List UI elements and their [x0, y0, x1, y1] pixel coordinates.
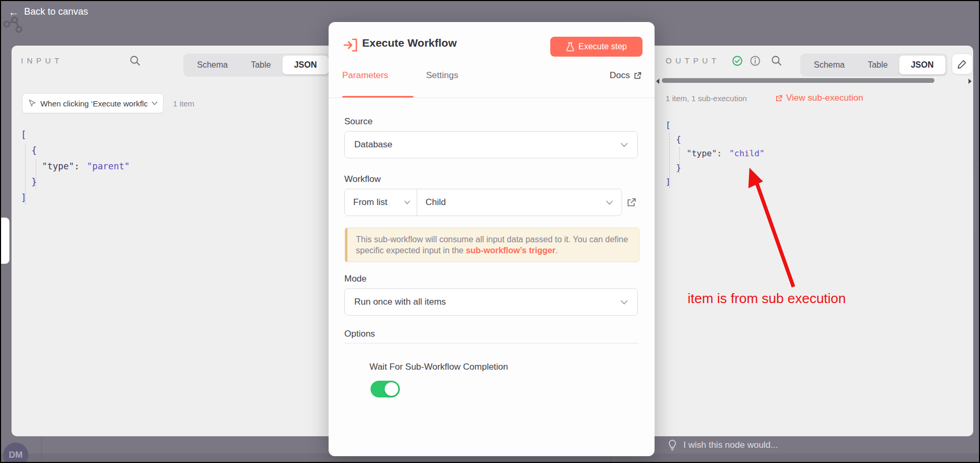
output-items-count: 1 item, 1 sub-execution: [666, 94, 747, 103]
chevron-down-icon: [620, 143, 628, 147]
docs-label: Docs: [609, 70, 630, 81]
indent-guide: [679, 147, 680, 174]
external-link-icon: [775, 94, 783, 102]
output-tab-json[interactable]: JSON: [899, 56, 945, 74]
indent-guide: [25, 144, 26, 204]
info-icon[interactable]: [749, 55, 761, 67]
input-source-select[interactable]: When clicking ‘Execute workflo: [22, 93, 164, 113]
workflow-select[interactable]: Child: [417, 189, 622, 216]
input-panel-title: INPUT: [21, 56, 63, 65]
user-avatar[interactable]: DM: [3, 443, 28, 463]
canvas-node-ghost: [975, 169, 980, 235]
execute-step-label: Execute step: [579, 42, 627, 51]
source-field-label: Source: [344, 116, 373, 127]
wait-option-label: Wait For Sub-Workflow Completion: [369, 362, 508, 372]
mode-select-value: Run once with all items: [354, 297, 446, 307]
json-token: }: [676, 163, 681, 173]
input-tab-table[interactable]: Table: [239, 56, 282, 74]
back-to-canvas-button[interactable]: ← Back to canvas: [8, 6, 88, 17]
json-value: "child": [729, 148, 764, 158]
annotation-label: item is from sub execution: [688, 290, 846, 307]
json-token: ]: [666, 177, 671, 187]
output-horizontal-scrollbar[interactable]: [655, 76, 973, 84]
input-tab-schema[interactable]: Schema: [186, 56, 239, 74]
options-section-label: Options: [344, 329, 375, 339]
back-to-canvas-label: Back to canvas: [24, 6, 88, 17]
input-panel: INPUT Schema Table JSON When clicking ‘E…: [12, 46, 331, 436]
json-token: {: [676, 134, 681, 144]
avatar-initials: DM: [9, 450, 23, 460]
open-workflow-button[interactable]: [626, 197, 637, 208]
mode-field-label: Mode: [344, 274, 367, 284]
success-check-icon: [732, 55, 743, 67]
source-select-value: Database: [354, 139, 393, 150]
view-sub-execution-label: View sub-execution: [786, 93, 863, 103]
node-feedback-button[interactable]: I wish this node would...: [668, 439, 778, 451]
notice-suffix: .: [556, 246, 558, 255]
workflow-select-value: Child: [426, 197, 446, 208]
pencil-icon: [957, 59, 967, 69]
json-value: "parent": [87, 161, 130, 171]
scroll-left-arrow[interactable]: [656, 79, 659, 84]
node-details-modal: Execute Workflow Execute step Parameters…: [329, 22, 655, 456]
workflow-mode-select[interactable]: From list: [345, 189, 417, 216]
input-tab-json[interactable]: JSON: [282, 56, 329, 74]
output-tab-table[interactable]: Table: [856, 56, 899, 74]
sub-workflow-notice: This sub-workflow will consume all input…: [345, 228, 639, 262]
canvas-node-ghost: [975, 47, 980, 69]
view-sub-execution-link[interactable]: View sub-execution: [775, 93, 863, 103]
input-display-mode-tabs: Schema Table JSON: [183, 53, 331, 77]
cursor-icon: [28, 99, 36, 107]
output-display-mode-tabs: Schema Table JSON: [800, 53, 948, 77]
options-divider: [344, 343, 639, 343]
tab-settings[interactable]: Settings: [426, 70, 458, 81]
json-token: {: [31, 145, 37, 156]
indent-guide: [669, 133, 670, 188]
json-token: [: [21, 130, 26, 140]
chevron-down-icon: [606, 200, 613, 205]
output-panel: OUTPUT Schema Table JSON 1 item, 1 sub-e…: [655, 46, 973, 436]
docs-link[interactable]: Docs: [609, 70, 642, 81]
mode-select[interactable]: Run once with all items: [344, 288, 638, 316]
toggle-knob: [385, 382, 398, 396]
canvas-node-ghost: [975, 74, 980, 165]
chevron-down-icon: [151, 101, 158, 105]
indent-guide: [36, 159, 36, 189]
external-link-icon: [626, 197, 637, 208]
chevron-down-icon: [620, 300, 628, 305]
scrollbar-thumb[interactable]: [662, 78, 934, 83]
external-link-icon: [634, 71, 642, 80]
output-tab-schema[interactable]: Schema: [802, 56, 856, 74]
json-token: [: [666, 120, 671, 130]
node-title: Execute Workflow: [362, 37, 457, 49]
tabs-divider: [329, 98, 655, 98]
sub-workflow-trigger-link[interactable]: sub-workflow’s trigger: [466, 246, 556, 255]
collapsed-panel-handle[interactable]: [1, 218, 9, 264]
app-window: ← Back to canvas INPUT Schema Table JSON…: [0, 0, 980, 463]
execute-workflow-node-icon: [343, 38, 359, 52]
flask-icon: [566, 42, 574, 51]
json-key: "type":: [687, 148, 722, 158]
wait-option-toggle[interactable]: [371, 381, 400, 397]
output-search-icon[interactable]: [771, 55, 782, 67]
edit-output-button[interactable]: [952, 53, 973, 74]
json-key: "type":: [42, 161, 80, 171]
workflow-field-label: Workflow: [344, 174, 381, 185]
chevron-down-icon: [404, 200, 410, 204]
input-items-count: 1 item: [173, 99, 194, 108]
input-source-label: When clicking ‘Execute workflo: [40, 99, 147, 108]
output-panel-title: OUTPUT: [666, 56, 720, 65]
source-select[interactable]: Database: [344, 131, 638, 158]
tab-parameters[interactable]: Parameters: [342, 70, 388, 81]
workflow-field: From list Child: [344, 189, 622, 216]
workflow-canvas-glyph: [3, 15, 27, 36]
node-feedback-label: I wish this node would...: [683, 440, 778, 450]
lightbulb-icon: [668, 439, 677, 451]
output-json-viewer[interactable]: [ { "type":"child" } ]: [666, 118, 765, 189]
scroll-right-arrow[interactable]: [968, 79, 972, 84]
input-json-viewer[interactable]: [ { "type":"parent" } ]: [21, 127, 130, 206]
workflow-mode-value: From list: [353, 197, 387, 208]
back-arrow-icon: ←: [8, 7, 19, 17]
input-search-icon[interactable]: [129, 55, 141, 67]
execute-step-button[interactable]: Execute step: [550, 37, 643, 57]
